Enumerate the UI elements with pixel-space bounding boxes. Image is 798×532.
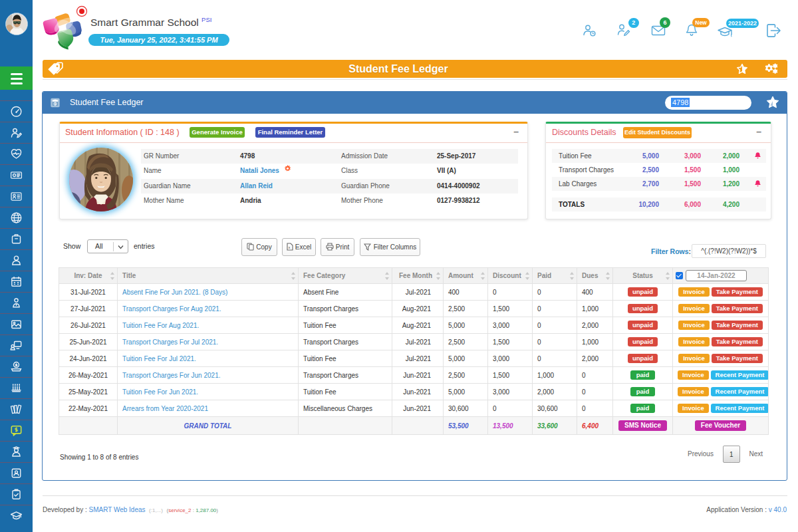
svg-text:x: x xyxy=(288,245,290,249)
